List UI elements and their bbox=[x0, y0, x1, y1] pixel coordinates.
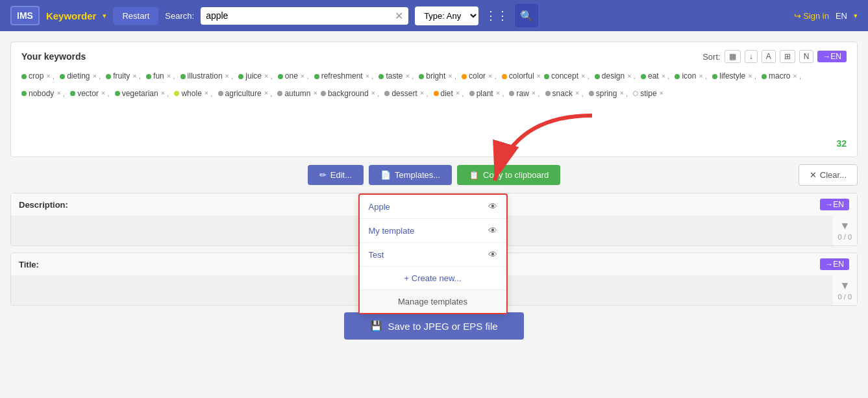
list-item: diet×, bbox=[434, 87, 466, 101]
copy-to-clipboard-button[interactable]: 📋 Copy to clipboard bbox=[457, 165, 560, 185]
clear-button[interactable]: ✕ Clear... bbox=[799, 164, 858, 186]
sort-down-button[interactable]: ↓ bbox=[745, 50, 758, 63]
list-item: whole×, bbox=[174, 87, 214, 101]
save-section: 💾 Save to JPEG or EPS file bbox=[10, 312, 858, 340]
tag-remove-icon[interactable]: × bbox=[448, 70, 452, 83]
tag-remove-icon[interactable]: × bbox=[405, 70, 409, 83]
templates-button[interactable]: 📄 Templates... bbox=[369, 165, 452, 185]
tag-remove-icon[interactable]: × bbox=[496, 87, 500, 100]
description-en-button[interactable]: →EN bbox=[820, 199, 849, 210]
tag-remove-icon[interactable]: × bbox=[581, 70, 585, 83]
template-item-test[interactable]: Test 👁 bbox=[360, 243, 506, 267]
toolbar: ✏ Edit... 📄 Templates... 📋 Copy to clipb… bbox=[10, 165, 858, 185]
list-item: fun×, bbox=[146, 69, 177, 84]
save-button[interactable]: 💾 Save to JPEG or EPS file bbox=[344, 312, 523, 340]
tag-remove-icon[interactable]: × bbox=[301, 70, 304, 83]
list-item: stipe× bbox=[633, 87, 663, 101]
create-new-template-button[interactable]: + Create new... bbox=[360, 267, 506, 290]
list-item: concept×, bbox=[544, 69, 591, 84]
sort-alpha-button[interactable]: A bbox=[762, 50, 776, 63]
tag-remove-icon[interactable]: × bbox=[699, 70, 702, 83]
tag-remove-icon[interactable]: × bbox=[627, 70, 631, 83]
tag-remove-icon[interactable]: × bbox=[366, 70, 369, 83]
tag-remove-icon[interactable]: × bbox=[371, 87, 375, 100]
list-item: autumn× bbox=[277, 87, 317, 101]
template-item-mytemplate[interactable]: My template 👁 bbox=[360, 219, 506, 243]
title-expand-icon[interactable]: ▼ bbox=[839, 280, 850, 292]
eye-icon[interactable]: 👁 bbox=[488, 249, 497, 260]
list-item: juice×, bbox=[238, 69, 274, 84]
tag-remove-icon[interactable]: × bbox=[537, 70, 541, 83]
list-item: raw×, bbox=[509, 87, 541, 101]
clear-icon: ✕ bbox=[810, 170, 817, 180]
templates-dropdown: Apple 👁 My template 👁 Test 👁 + Create ne… bbox=[358, 193, 508, 314]
template-item-apple[interactable]: Apple 👁 bbox=[360, 195, 506, 219]
type-select[interactable]: Type: Any bbox=[415, 6, 478, 25]
tag-remove-icon[interactable]: × bbox=[660, 87, 663, 100]
template-icon: 📄 bbox=[380, 170, 391, 180]
edit-button[interactable]: ✏ Edit... bbox=[308, 165, 364, 185]
description-label: Description: bbox=[19, 200, 68, 210]
sort-en-button[interactable]: →EN bbox=[817, 51, 847, 62]
tag-remove-icon[interactable]: × bbox=[264, 87, 268, 100]
tag-remove-icon[interactable]: × bbox=[313, 87, 317, 100]
tag-remove-icon[interactable]: × bbox=[225, 70, 229, 83]
tag-remove-icon[interactable]: × bbox=[132, 70, 136, 83]
tag-remove-icon[interactable]: × bbox=[793, 70, 797, 83]
save-icon: 💾 bbox=[370, 320, 382, 332]
sort-label: Sort: bbox=[702, 52, 720, 62]
search-clear-icon[interactable]: ✕ bbox=[395, 10, 403, 22]
sort-bar-button[interactable]: ▦ bbox=[725, 50, 741, 63]
lang-chevron-icon[interactable]: ▾ bbox=[854, 12, 858, 20]
tag-remove-icon[interactable]: × bbox=[167, 70, 171, 83]
sort-controls: Sort: ▦ ↓ A ⊞ N →EN bbox=[702, 50, 847, 63]
list-item: fruity×, bbox=[106, 69, 143, 84]
tag-remove-icon[interactable]: × bbox=[662, 70, 665, 83]
description-expand-icon[interactable]: ▼ bbox=[839, 220, 850, 232]
ims-logo: IMS bbox=[10, 6, 40, 25]
tag-remove-icon[interactable]: × bbox=[46, 70, 50, 83]
chevron-down-icon[interactable]: ▾ bbox=[103, 12, 106, 20]
lang-button[interactable]: EN bbox=[836, 11, 847, 21]
search-button[interactable]: 🔍 bbox=[515, 4, 538, 27]
list-item: lifestyle×, bbox=[712, 69, 758, 84]
tag-remove-icon[interactable]: × bbox=[161, 87, 165, 100]
signin-link[interactable]: ↪ Sign in bbox=[794, 11, 829, 21]
eye-icon[interactable]: 👁 bbox=[488, 225, 497, 236]
tag-remove-icon[interactable]: × bbox=[93, 70, 97, 83]
list-item: icon×, bbox=[675, 69, 709, 84]
search-input[interactable] bbox=[206, 10, 395, 21]
list-item: vegetarian×, bbox=[115, 87, 171, 101]
tag-remove-icon[interactable]: × bbox=[456, 87, 460, 100]
title-en-button[interactable]: →EN bbox=[820, 258, 849, 270]
list-item: dessert×, bbox=[384, 87, 430, 101]
pencil-icon: ✏ bbox=[319, 170, 327, 180]
header: IMS Keyworder ▾ Restart Search: ✕ Type: … bbox=[0, 0, 868, 31]
list-item: one×, bbox=[278, 69, 311, 84]
list-item: vector×, bbox=[70, 87, 111, 101]
sort-n-button[interactable]: N bbox=[799, 50, 814, 63]
sort-grid-button[interactable]: ⊞ bbox=[780, 50, 795, 63]
keywords-area: crop×, dieting×, fruity×, fun×, illustra… bbox=[21, 69, 847, 134]
list-item: refreshment×, bbox=[314, 69, 376, 84]
description-counter: 0 / 0 bbox=[838, 233, 852, 241]
grid-icon[interactable]: ⋮⋮ bbox=[485, 8, 508, 23]
tag-remove-icon[interactable]: × bbox=[748, 70, 752, 83]
tag-remove-icon[interactable]: × bbox=[56, 87, 60, 100]
tag-remove-icon[interactable]: × bbox=[264, 70, 268, 83]
manage-templates-button[interactable]: Manage templates bbox=[360, 290, 506, 313]
title-label: Title: bbox=[19, 260, 39, 269]
tag-remove-icon[interactable]: × bbox=[101, 87, 105, 100]
keywords-header: Your keywords Sort: ▦ ↓ A ⊞ N →EN bbox=[21, 50, 847, 63]
eye-icon[interactable]: 👁 bbox=[488, 201, 497, 212]
search-wrapper: ✕ bbox=[201, 7, 408, 25]
restart-button[interactable]: Restart bbox=[113, 7, 158, 25]
tag-remove-icon[interactable]: × bbox=[532, 87, 536, 100]
tag-remove-icon[interactable]: × bbox=[420, 87, 424, 100]
tag-remove-icon[interactable]: × bbox=[205, 87, 208, 100]
tag-remove-icon[interactable]: × bbox=[575, 87, 579, 100]
list-item: background×, bbox=[321, 87, 382, 101]
tag-remove-icon[interactable]: × bbox=[619, 87, 623, 100]
tag-remove-icon[interactable]: × bbox=[488, 70, 492, 83]
list-item: macro×, bbox=[762, 69, 803, 84]
